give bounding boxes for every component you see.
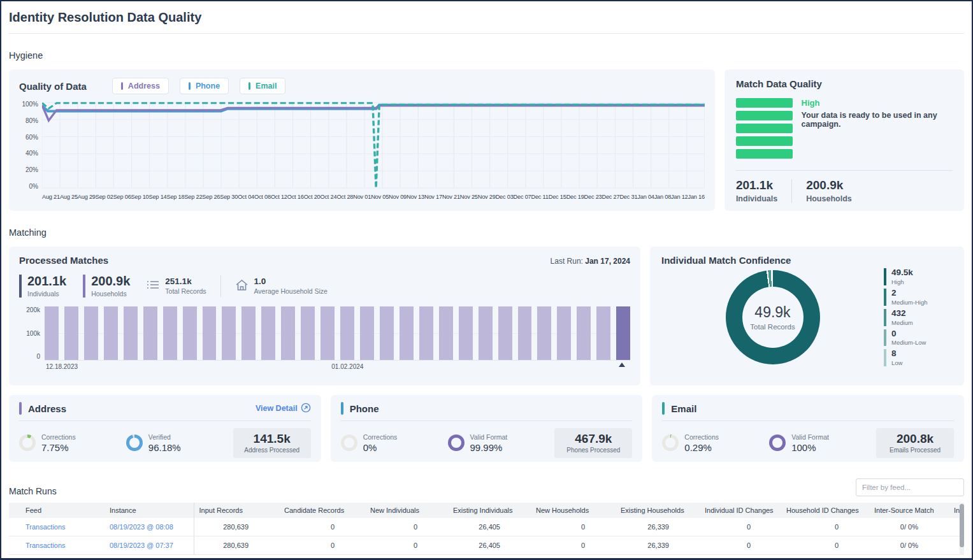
processed-count-box: 200.8kEmails Processed <box>876 428 954 458</box>
metric-corrections: Corrections0.29% <box>662 433 769 453</box>
legend-label: High <box>891 278 953 285</box>
feed-link[interactable]: Transactions <box>25 523 66 531</box>
x-tick: Sep 10 <box>131 194 149 200</box>
metric-value: 7.75% <box>41 442 76 453</box>
scrollbar-thumb[interactable] <box>960 504 964 547</box>
legend-toggle-email[interactable]: Email <box>240 78 285 94</box>
legend-label: Low <box>891 359 953 366</box>
confidence-legend-item-high: 49.5kHigh <box>884 268 953 285</box>
metric-value: 0% <box>363 442 398 453</box>
x-tick: Nov 13 <box>407 194 424 200</box>
column-header-existing-individuals: Existing Individuals <box>448 503 531 518</box>
x-tick: Sep 06 <box>113 194 131 200</box>
email-title: Email <box>671 403 696 414</box>
y-tick: 40% <box>19 150 38 157</box>
x-tick: Dec 15 <box>549 194 566 200</box>
x-tick: Sep 22 <box>184 194 202 200</box>
y-tick: 100% <box>19 101 38 108</box>
series-line-email <box>42 103 705 188</box>
bar-series <box>45 306 630 360</box>
donut-center: 49.9k Total Records <box>742 287 804 348</box>
x-tick: Sep 14 <box>149 194 167 200</box>
confidence-legend-item-medium: 432Medium <box>884 309 953 326</box>
metric-corrections: Corrections7.75% <box>19 433 126 453</box>
stat-individuals: 201.1kIndividuals <box>19 275 66 298</box>
stat-value: 251.1k <box>165 277 206 286</box>
x-tick: Nov 29 <box>478 194 496 200</box>
quality-level-bars <box>736 98 793 159</box>
current-bar-marker-icon <box>619 363 625 367</box>
divider <box>341 420 633 421</box>
individual-match-confidence-title: Individual Match Confidence <box>661 255 953 266</box>
last-run: Last Run: Jan 17, 2024 <box>551 257 630 266</box>
legend-color-bar <box>249 82 250 90</box>
bar <box>479 306 493 360</box>
instance-link[interactable]: 08/19/2023 @ 08:08 <box>110 523 173 531</box>
instance-link[interactable]: 08/19/2023 @ 07:37 <box>110 542 173 549</box>
households-stat: 200.9k Households <box>806 178 852 203</box>
confidence-legend: 49.5kHigh2Medium-High432Medium0Medium-Lo… <box>884 268 953 366</box>
feed-link[interactable]: Transactions <box>25 542 66 549</box>
ring-gauge-purple <box>448 434 465 451</box>
divider <box>662 420 954 421</box>
x-tick: Sep 30 <box>220 194 238 200</box>
metric-value: 100% <box>791 442 829 453</box>
x-tick: Nov 01 <box>353 194 371 200</box>
bar <box>360 306 374 360</box>
processed-matches-title: Processed Matches <box>19 255 108 266</box>
stat-label: Average Household Size <box>254 287 328 295</box>
x-tick: Sep 26 <box>202 194 220 200</box>
legend-label: Phone <box>196 82 220 90</box>
x-tick: Dec 31 <box>619 194 637 200</box>
x-tick: Aug 21 <box>42 194 60 200</box>
legend-label: Medium <box>891 319 953 326</box>
bar <box>340 306 354 360</box>
cell-value: 0 <box>531 518 616 536</box>
bar <box>537 306 551 360</box>
bar <box>321 306 335 360</box>
quality-bar <box>736 149 793 159</box>
confidence-legend-item-medium-high: 2Medium-High <box>884 289 953 306</box>
stat-label: Total Records <box>165 287 206 295</box>
last-run-label: Last Run: <box>551 257 583 266</box>
legend-value: 49.5k <box>891 268 953 278</box>
bar <box>261 306 275 360</box>
quality-of-data-card: Quality of Data AddressPhoneEmail 100%80… <box>9 69 715 211</box>
accent-bar <box>19 402 22 415</box>
match-runs-table: FeedInstanceInput RecordsCandidate Recor… <box>9 503 964 555</box>
bar <box>183 306 197 360</box>
x-tick: Oct 28 <box>336 194 353 200</box>
metric-label: Corrections <box>363 433 398 441</box>
donut-total-label: Total Records <box>750 323 795 331</box>
processed-label: Emails Processed <box>884 447 946 454</box>
table-vertical-scrollbar[interactable] <box>960 503 964 555</box>
quality-bar <box>736 136 793 146</box>
email-card: EmailCorrections0.29%Valid Format100%200… <box>652 395 964 462</box>
processed-matches-stats: 201.1kIndividuals200.9kHouseholds251.1kT… <box>19 275 630 298</box>
legend-toggle-address[interactable]: Address <box>112 78 169 94</box>
confidence-legend-item-low: 8Low <box>884 349 953 366</box>
ring-gauge-partial-green <box>19 434 36 451</box>
donut-total-value: 49.9k <box>754 304 790 321</box>
stat-households: 200.9kHouseholds <box>83 275 130 298</box>
stat-total-records: 251.1kTotal Records <box>147 277 206 296</box>
match-confidence-donut-chart: 49.9k Total Records <box>726 270 820 364</box>
x-tick: Nov 25 <box>460 194 478 200</box>
view-detail-link[interactable]: View Detail <box>256 403 311 415</box>
metric-verified: Verified96.18% <box>126 433 233 453</box>
legend-label: Address <box>128 82 160 90</box>
legend-toggle-phone[interactable]: Phone <box>180 78 229 94</box>
bar <box>84 306 98 360</box>
divider <box>19 420 311 421</box>
bar <box>577 306 591 360</box>
legend-value: 432 <box>891 309 953 319</box>
match-runs-table-container: FeedInstanceInput RecordsCandidate Recor… <box>9 503 964 555</box>
x-tick: Jan 04 <box>637 194 654 200</box>
bar <box>281 306 295 360</box>
households-value: 200.9k <box>806 178 852 192</box>
cell-value: 0 <box>279 536 365 555</box>
x-tick: Dec 19 <box>566 194 584 200</box>
filter-by-feed-input[interactable] <box>856 478 964 496</box>
processed-label: Phones Processed <box>563 447 624 454</box>
y-tick: 0% <box>19 183 38 190</box>
